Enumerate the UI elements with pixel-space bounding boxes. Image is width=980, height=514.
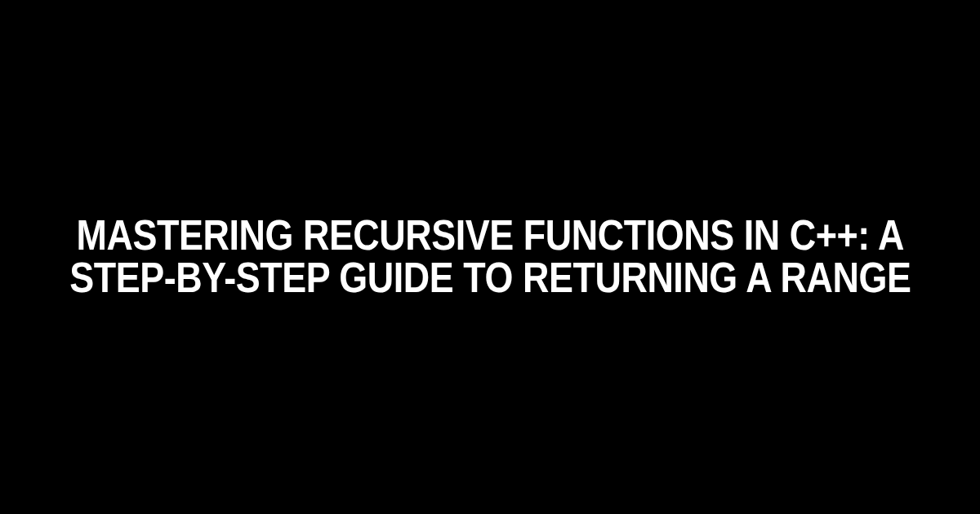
- page-title: Mastering Recursive Functions in C++: A …: [62, 215, 918, 299]
